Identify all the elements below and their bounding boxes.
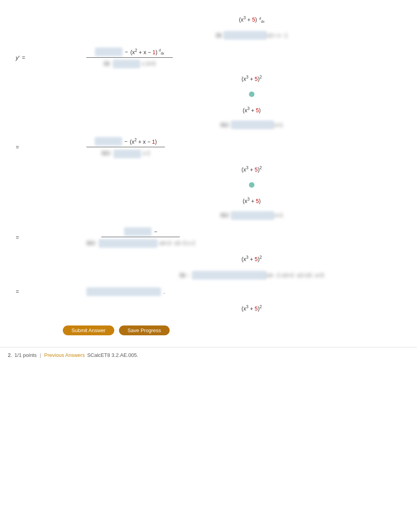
answer-row-7: $$2 x+1 bbox=[86, 208, 417, 223]
answer-bubble-den-3 bbox=[99, 239, 157, 248]
minus-sign-2: − bbox=[124, 137, 128, 146]
denom-label-1: (x3 + 5)2 bbox=[86, 71, 417, 86]
answer-label-4: $$2 bbox=[220, 121, 231, 129]
answer-label-7: $$2 bbox=[220, 211, 231, 219]
x3plus5-sq-2: (x3 + 5)2 bbox=[241, 165, 262, 174]
answer-row-1: $$ x2+ x− 1 bbox=[86, 28, 417, 42]
previous-answers-link[interactable]: Previous Answers bbox=[44, 352, 85, 358]
problem-number-2: 2. bbox=[8, 352, 12, 358]
expr-x2-2: (x2 + x − 1) bbox=[128, 137, 157, 146]
step7-row: (x3 + 5) bbox=[86, 194, 417, 208]
section2: 2. 1/1 points | Previous Answers SCalcET… bbox=[0, 347, 417, 358]
separator: | bbox=[40, 352, 41, 358]
eq-dot-row: = . bbox=[86, 285, 417, 299]
eq-sign-1: = bbox=[22, 53, 25, 62]
x3plus5-expr-2: (x3 + 5) bbox=[243, 196, 261, 205]
answer-text-1: x2+ x− 1 bbox=[267, 31, 288, 40]
answer-bubble-final bbox=[86, 287, 161, 296]
denom-label-2: (x3 + 5)2 bbox=[86, 162, 417, 176]
answer-bubble-10 bbox=[192, 271, 267, 280]
step1-row: (x3 + 5) ddx bbox=[86, 13, 417, 27]
points-label: 1/1 points bbox=[15, 352, 37, 358]
problem-ref: SCalcET8 3.2.AE.005. bbox=[87, 352, 138, 358]
answer-row-4: $$2 x+1 bbox=[86, 118, 417, 132]
x3plus5-sq-3: (x3 + 5)2 bbox=[241, 254, 262, 263]
d-dx-2: ddx bbox=[159, 48, 164, 56]
eq-row-3: = − $$3 x4+3 x3−3 x 2 bbox=[86, 227, 417, 248]
final-answer-row: $$ − x4− 2 x3+3 x2+10 x+5 bbox=[86, 268, 417, 282]
minus-sign-1: − bbox=[125, 48, 128, 56]
denominator-1: $$ x 3+5 bbox=[104, 59, 155, 68]
x3plus5-sq-final: (x3 + 5)2 bbox=[241, 303, 262, 313]
expr-x2-1: (x2 + x − 1) bbox=[129, 47, 157, 57]
y-prime-text: y′ bbox=[16, 53, 20, 62]
numerator-3: − bbox=[124, 227, 157, 236]
save-btn[interactable]: Save Progress bbox=[119, 325, 170, 335]
answer-bubble-7 bbox=[231, 211, 274, 220]
answer-label-8: $$3 bbox=[86, 240, 97, 246]
yprime-row: y′ = − (x2 + x − 1) ddx $$ bbox=[86, 47, 417, 68]
numerator-1: − (x2 + x − 1) ddx bbox=[95, 47, 164, 57]
answer-bubble-num-1a bbox=[95, 48, 123, 56]
answer-bubble-num-2a bbox=[95, 137, 122, 146]
dx-denominator: dx bbox=[261, 20, 265, 24]
yprime-fraction: − (x2 + x − 1) ddx $$ x 3+5 bbox=[86, 47, 173, 68]
green-dot-icon-1 bbox=[249, 91, 254, 97]
fraction-bar-3 bbox=[101, 237, 180, 237]
submit-btn[interactable]: Submit Answer bbox=[63, 325, 114, 335]
x3plus5-sq-1: (x3 + 5)2 bbox=[241, 74, 262, 83]
green-dot-1 bbox=[86, 87, 417, 101]
eq-dot-expr: . bbox=[86, 287, 165, 296]
denominator-2: $$3 x 2 bbox=[101, 149, 150, 158]
x3plus5-expr-1: (x3 + 5) bbox=[243, 105, 261, 115]
green-dot-icon-2 bbox=[249, 182, 254, 188]
answer-text-10: x4− 2 x3+3 x2+10 x+5 bbox=[267, 271, 324, 280]
numerator-2: − (x2 + x − 1) bbox=[95, 137, 157, 146]
eq-label-4: = bbox=[16, 287, 19, 296]
answer-bubble-den-2 bbox=[113, 150, 141, 158]
work-area: (x3 + 5) ddx $$ x2+ x− 1 y′ = − bbox=[0, 4, 417, 347]
denom-label-final: (x3 + 5)2 bbox=[86, 301, 417, 315]
denominator-3: $$3 x4+3 x3−3 x 2 bbox=[86, 239, 195, 248]
answer-bubble-num-3a bbox=[124, 227, 152, 236]
answer-text-4: x+1 bbox=[274, 121, 283, 129]
eq-label-2: = bbox=[16, 143, 19, 152]
answer-text-den-3: x4+3 x3−3 x 2 bbox=[159, 240, 195, 246]
eq-sign-4: = bbox=[16, 287, 19, 296]
answer-bubble-4 bbox=[231, 121, 274, 129]
answer-bubble-1 bbox=[223, 31, 267, 40]
fraction-bar-1 bbox=[86, 57, 173, 58]
answer-text-den-1: x 3+5 bbox=[142, 60, 155, 67]
answer-text-7: x+1 bbox=[274, 211, 283, 219]
answer-text-den-2: x 2 bbox=[143, 150, 150, 156]
fraction-bar-2 bbox=[86, 147, 165, 147]
dot-separator: . bbox=[163, 287, 165, 296]
fraction-2: − (x2 + x − 1) $$3 x 2 bbox=[86, 137, 165, 158]
main-content: (x3 + 5) ddx $$ x2+ x− 1 y′ = − bbox=[0, 0, 417, 358]
eq-label-3: = bbox=[16, 233, 19, 242]
answer-label-10: $$ − bbox=[179, 271, 192, 280]
yprime-label: y′ = bbox=[16, 53, 25, 62]
green-dot-2 bbox=[86, 178, 417, 192]
denom-label-3: (x3 + 5)2 bbox=[86, 252, 417, 266]
answer-label-1: $$ bbox=[216, 31, 223, 40]
step1-expr: (x3 + 5) ddx bbox=[239, 15, 264, 24]
fraction-3: − $$3 x4+3 x3−3 x 2 bbox=[86, 227, 195, 248]
eq-row-2: = − (x2 + x − 1) $$3 x 2 bbox=[86, 137, 417, 158]
eq-sign-2: = bbox=[16, 143, 19, 152]
answer-label-5: $$3 bbox=[101, 150, 112, 156]
answer-bubble-den-1 bbox=[113, 60, 140, 68]
orange-btn-row: Submit Answer Save Progress bbox=[63, 322, 417, 339]
answer-label-2: $$ bbox=[104, 60, 111, 67]
eq-sign-3: = bbox=[16, 233, 19, 242]
minus-sign-3: − bbox=[154, 227, 157, 236]
step4-row: (x3 + 5) bbox=[86, 103, 417, 117]
